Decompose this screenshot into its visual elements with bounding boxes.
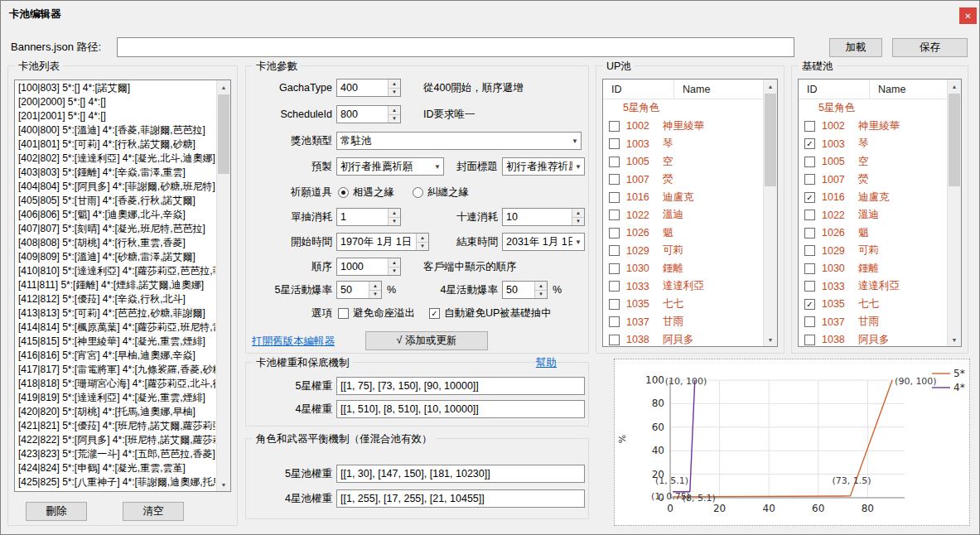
table-row[interactable]: 1033達達利亞 — [603, 277, 763, 296]
row-checkbox[interactable] — [804, 281, 815, 292]
spin-up-icon[interactable]: ▲ — [369, 282, 381, 290]
row-checkbox[interactable] — [609, 138, 620, 149]
order-input[interactable]: 1000 ▲▼ — [336, 258, 401, 276]
table-row[interactable]: 1026魈 — [603, 224, 763, 243]
start-time-input[interactable]: 1970年 1月 1日 ▲▼ — [336, 233, 429, 251]
row-checkbox[interactable] — [804, 335, 815, 345]
list-item[interactable]: [413|813] 5*:[可莉] 4*:[芭芭拉,砂糖,菲謝爾] — [16, 306, 215, 321]
table-row[interactable]: 1007熒 — [603, 171, 763, 189]
table-row[interactable]: ✓1003琴 — [799, 135, 947, 153]
row-checkbox[interactable]: ✓ — [804, 138, 815, 149]
list-item[interactable]: [403|803] 5*:[鍾離] 4*:[辛焱,雷澤,重雲] — [16, 166, 215, 180]
spin-down-icon[interactable]: ▼ — [389, 88, 400, 97]
help-link[interactable]: 幫助 — [536, 356, 557, 369]
list-item[interactable]: [414|814] 5*:[楓原萬葉] 4*:[蘿莎莉亞,班尼特,雷澤] — [16, 321, 215, 335]
list-item[interactable]: [406|806] 5*:[魈] 4*:[迪奧娜,北斗,辛焱] — [16, 208, 215, 222]
scroll-thumb[interactable] — [218, 94, 229, 174]
row-checkbox[interactable] — [804, 316, 815, 327]
table-row[interactable]: 1026魈 — [799, 224, 947, 243]
scroll-thumb[interactable] — [949, 94, 960, 186]
row-checkbox[interactable] — [804, 157, 815, 167]
row-checkbox[interactable] — [609, 192, 620, 203]
list-item[interactable]: [423|823] 5*:[荒瀧一斗] 4*:[五郎,芭芭拉,香菱] — [16, 447, 215, 461]
spin-up-icon[interactable]: ▲ — [572, 209, 584, 217]
add-or-update-button[interactable]: √ 添加或更新 — [365, 331, 488, 350]
table-row[interactable]: 1005空 — [603, 153, 763, 171]
spin-up-icon[interactable]: ▲ — [535, 282, 547, 290]
column-header-id[interactable]: ID — [799, 80, 870, 99]
load-button[interactable]: 加載 — [829, 38, 882, 57]
list-item[interactable]: [405|805] 5*:[甘雨] 4*:[香菱,行秋,諾艾爾] — [16, 194, 215, 208]
spin-down-icon[interactable]: ▼ — [389, 114, 400, 123]
base-pool-scrollbar[interactable]: ▲ ▼ — [947, 80, 961, 346]
table-row[interactable]: 1033達達利亞 — [799, 277, 947, 296]
list-item[interactable]: [417|817] 5*:[雷電將軍] 4*:[九條裟羅,香菱,砂糖] — [16, 363, 215, 377]
preset-select[interactable]: 初行者推薦祈願 ▼ — [336, 157, 444, 176]
scroll-up-icon[interactable]: ▲ — [217, 80, 230, 94]
list-item[interactable]: [425|825] 5*:[八重神子] 4*:[菲謝爾,迪奧娜,托馬] — [16, 475, 215, 489]
spin-up-icon[interactable]: ▲ — [389, 106, 400, 114]
table-row[interactable]: ✓1016迪盧克 — [799, 189, 947, 207]
list-item[interactable]: [408|808] 5*:[胡桃] 4*:[行秋,重雲,香菱] — [16, 236, 215, 250]
order-spinner[interactable]: ▲▼ — [388, 258, 400, 275]
row-checkbox[interactable] — [804, 121, 815, 132]
table-row[interactable]: 1035七七 — [603, 296, 763, 314]
ten-cost-spinner[interactable]: ▲▼ — [572, 209, 584, 225]
list-item[interactable]: [100|803] 5*:[] 4*:[諾艾爾] — [16, 81, 215, 95]
spin-down-icon[interactable]: ▼ — [389, 217, 400, 226]
list-item[interactable]: [424|824] 5*:[申鶴] 4*:[凝光,重雲,雲堇] — [16, 461, 215, 475]
column-header-id[interactable]: ID — [603, 80, 674, 99]
spin-down-icon[interactable]: ▼ — [389, 267, 400, 276]
list-item[interactable]: [401|801] 5*:[可莉] 4*:[行秋,諾艾爾,砂糖] — [16, 137, 215, 152]
rate5-input[interactable]: 50 ▲▼ — [336, 281, 382, 299]
table-row[interactable]: 1002神里綾華 — [799, 118, 947, 136]
list-item[interactable]: [422|822] 5*:[阿貝多] 4*:[班尼特,諾艾爾,蘿莎莉亞] — [16, 433, 215, 447]
list-item[interactable]: [412|812] 5*:[優菈] 4*:[辛焱,行秋,北斗] — [16, 292, 215, 306]
spin-down-icon[interactable]: ▼ — [572, 217, 584, 226]
table-row[interactable]: 1022溫迪 — [799, 206, 947, 224]
scroll-up-icon[interactable]: ▲ — [948, 80, 961, 93]
up-pool-scrollbar[interactable]: ▲ ▼ — [763, 80, 777, 346]
row-checkbox[interactable] — [609, 228, 620, 239]
spin-down-icon[interactable]: ▼ — [369, 290, 381, 299]
spin-up-icon[interactable]: ▲ — [389, 258, 400, 267]
spin-up-icon[interactable]: ▲ — [417, 234, 428, 242]
rate5-spinner[interactable]: ▲▼ — [369, 282, 381, 298]
open-old-editor-link[interactable]: 打開舊版本編輯器 — [252, 333, 335, 349]
weight4-input[interactable]: [[1, 510], [8, 510], [10, 10000]] — [336, 400, 585, 418]
row-checkbox[interactable] — [609, 210, 620, 220]
scheduleid-input[interactable]: 800 ▲▼ — [336, 105, 401, 123]
pool-type-select[interactable]: 常駐池 ▼ — [336, 132, 582, 150]
list-item[interactable]: [419|819] 5*:[達達利亞] 4*:[凝光,重雲,煙緋] — [16, 391, 215, 405]
radio-acquaint-fate[interactable]: 相遇之緣 — [338, 183, 394, 201]
list-item[interactable]: [410|810] 5*:[達達利亞] 4*:[蘿莎莉亞,芭芭拉,菲謝爾] — [16, 264, 215, 278]
table-row[interactable]: 1037甘雨 — [603, 313, 763, 331]
row-checkbox[interactable] — [804, 210, 815, 220]
scroll-thumb[interactable] — [765, 94, 776, 186]
list-item[interactable]: [402|802] 5*:[達達利亞] 4*:[凝光,北斗,迪奧娜] — [16, 152, 215, 166]
scheduleid-spinner[interactable]: ▲▼ — [388, 106, 400, 123]
list-item[interactable]: [409|809] 5*:[溫迪] 4*:[砂糖,雷澤,諾艾爾] — [16, 250, 215, 264]
delete-button[interactable]: 刪除 — [26, 502, 87, 521]
weight5-input[interactable]: [[1, 75], [73, 150], [90, 10000]] — [336, 377, 585, 395]
table-row[interactable]: 1003琴 — [603, 135, 763, 153]
spin-up-icon[interactable]: ▲ — [389, 209, 400, 217]
list-item[interactable]: [200|2000] 5*:[] 4*:[] — [16, 95, 215, 109]
table-row[interactable]: ✓1035七七 — [799, 296, 947, 314]
row-checkbox[interactable] — [609, 121, 620, 132]
table-row[interactable]: 1016迪盧克 — [603, 189, 763, 207]
rate4-input[interactable]: 50 ▲▼ — [502, 281, 548, 299]
row-checkbox[interactable] — [609, 263, 620, 274]
table-row[interactable]: 1007熒 — [799, 171, 947, 189]
ten-cost-input[interactable]: 10 ▲▼ — [502, 208, 585, 226]
row-checkbox[interactable] — [609, 299, 620, 310]
path-input[interactable] — [117, 37, 794, 57]
list-item[interactable]: [416|816] 5*:[宵宮] 4*:[早柚,迪奧娜,辛焱] — [16, 349, 215, 363]
table-row[interactable]: 1029可莉 — [603, 242, 763, 260]
spin-down-icon[interactable]: ▼ — [535, 290, 547, 299]
single-cost-spinner[interactable]: ▲▼ — [388, 209, 400, 225]
list-item[interactable]: [201|2001] 5*:[] 4*:[] — [16, 109, 215, 123]
table-row[interactable]: 1030鍾離 — [603, 260, 763, 278]
row-checkbox[interactable] — [804, 263, 815, 274]
row-checkbox[interactable]: ✓ — [804, 192, 815, 203]
